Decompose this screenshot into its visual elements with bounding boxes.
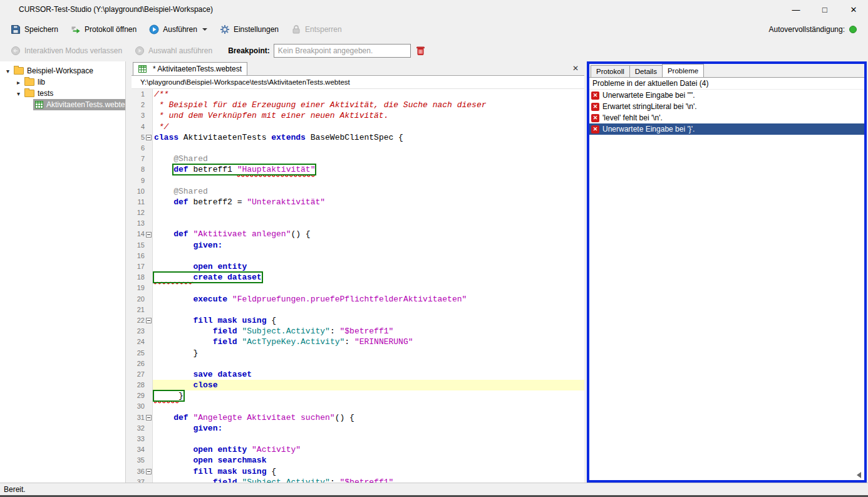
problem-row-3[interactable]: ✕'level' fehlt bei '\n'. (589, 112, 864, 123)
code-line-2[interactable]: 2 * Beispiel für die Erzeugung einer Akt… (132, 100, 584, 110)
code-text[interactable]: */ (153, 122, 584, 132)
close-editor-icon[interactable]: ✕ (567, 64, 584, 73)
code-text[interactable]: @Shared (153, 186, 584, 197)
save-button[interactable]: Speichern (6, 22, 63, 37)
code-line-19[interactable]: 19 (132, 283, 584, 293)
code-text[interactable] (153, 143, 584, 154)
close-button[interactable]: ✕ (839, 0, 868, 19)
fold-marker-icon[interactable] (146, 469, 152, 474)
tree-item-body[interactable]: tests (23, 88, 125, 99)
problem-row-4[interactable]: ✕Unerwartete Eingabe bei '}'. (589, 123, 864, 135)
code-line-21[interactable]: 21 (132, 305, 584, 315)
code-line-15[interactable]: 15 given: (132, 240, 584, 251)
code-text[interactable]: field "ActTypeKey.Activity": "ERINNERUNG… (153, 337, 584, 347)
code-text[interactable] (153, 251, 584, 261)
code-line-33[interactable]: 33 (132, 434, 584, 444)
code-line-6[interactable]: 6 (132, 143, 584, 154)
tab-probleme[interactable]: Probleme (662, 64, 704, 77)
code-text[interactable]: /** (153, 89, 584, 100)
code-line-36[interactable]: 36 fill mask using { (132, 466, 584, 477)
code-line-25[interactable]: 25 } (132, 348, 584, 358)
code-line-20[interactable]: 20 execute "Feldpruefungen.pruefePflicht… (132, 294, 584, 305)
code-text[interactable] (153, 207, 584, 218)
code-line-34[interactable]: 34 open entity "Activity" (132, 444, 584, 455)
fold-marker-icon[interactable] (146, 135, 152, 140)
code-line-13[interactable]: 13 (132, 218, 584, 229)
tree-item-beispiel-workspace[interactable]: ▾Beispiel-Workspace (0, 65, 125, 76)
problem-row-1[interactable]: ✕Unerwartete Eingabe bei '"'. (589, 90, 864, 101)
code-line-23[interactable]: 23 field "Subject.Activity": "$betreff1" (132, 326, 584, 337)
code-line-12[interactable]: 12 (132, 207, 584, 218)
code-line-3[interactable]: 3 * und dem Verknüpfen mit einer neuen A… (132, 110, 584, 121)
code-line-9[interactable]: 9 (132, 175, 584, 186)
code-line-24[interactable]: 24 field "ActTypeKey.Activity": "ERINNER… (132, 337, 584, 347)
minimize-button[interactable]: — (782, 0, 810, 19)
code-line-26[interactable]: 26 (132, 358, 584, 369)
code-text[interactable]: open searchmask (153, 455, 584, 466)
code-line-22[interactable]: 22 fill mask using { (132, 315, 584, 326)
code-text[interactable]: def "Aktitivaet anlegen"() { (153, 229, 584, 239)
code-text[interactable]: given: (153, 240, 584, 251)
tree-item-aktivitaetentests-webtest[interactable]: AktivitaetenTests.webtest (0, 99, 125, 110)
code-text[interactable] (153, 358, 584, 369)
code-line-16[interactable]: 16 (132, 251, 584, 261)
code-text[interactable] (153, 283, 584, 293)
maximize-button[interactable]: □ (810, 0, 839, 19)
code-line-28[interactable]: 28 close (132, 380, 584, 390)
code-text[interactable] (153, 175, 584, 186)
delete-breakpoint-button[interactable] (415, 44, 427, 57)
chevron-expanded-icon[interactable]: ▾ (14, 90, 23, 97)
code-text[interactable]: * Beispiel für die Erzeugung einer Aktiv… (153, 100, 584, 110)
code-text[interactable] (153, 218, 584, 229)
code-text[interactable]: given: (153, 423, 584, 434)
code-line-1[interactable]: 1/** (132, 89, 584, 100)
chevron-collapsed-icon[interactable]: ▸ (14, 79, 23, 86)
code-text[interactable]: fill mask using { (153, 315, 584, 326)
fold-marker-icon[interactable] (146, 232, 152, 238)
tab-details[interactable]: Details (629, 65, 663, 77)
scroll-left-arrow-icon[interactable] (857, 472, 861, 478)
code-text[interactable]: def betreff1 "Hauptaktivität" (153, 164, 584, 175)
code-text[interactable]: save dataset (153, 369, 584, 380)
fold-marker-icon[interactable] (146, 415, 152, 421)
code-text[interactable]: def "Angelegte Aktivitaet suchen"() { (153, 412, 584, 423)
code-editor[interactable]: 1/**2 * Beispiel für die Erzeugung einer… (132, 89, 584, 483)
code-line-35[interactable]: 35 open searchmask (132, 455, 584, 466)
code-text[interactable]: field "Subject.Activity": "$betreff1" (153, 326, 584, 337)
code-text[interactable]: def betreff2 = "Unteraktivität" (153, 197, 584, 207)
open-log-button[interactable]: Protokoll öffnen (66, 22, 141, 37)
code-line-30[interactable]: 30 (132, 401, 584, 412)
code-text[interactable]: } (153, 348, 584, 358)
chevron-expanded-icon[interactable]: ▾ (4, 68, 12, 75)
fold-marker-icon[interactable] (146, 318, 152, 323)
tree-item-body[interactable]: AktivitaetenTests.webtest (33, 99, 126, 110)
code-text[interactable]: class AktivitaetenTests extends BaseWebC… (153, 132, 584, 143)
code-line-10[interactable]: 10 @Shared (132, 186, 584, 197)
code-line-8[interactable]: 8 def betreff1 "Hauptaktivität" (132, 164, 584, 175)
code-text[interactable]: close (153, 380, 584, 390)
code-text[interactable] (153, 401, 584, 412)
code-text[interactable] (153, 434, 584, 444)
code-text[interactable]: field "Subject.Activity": "$betreff1" (153, 477, 584, 483)
code-line-7[interactable]: 7 @Shared (132, 154, 584, 164)
editor-tab[interactable]: * AktivitaetenTests.webtest (133, 62, 247, 75)
code-line-4[interactable]: 4 */ (132, 122, 584, 132)
code-text[interactable]: open entity "Activity" (153, 444, 584, 455)
tab-protokoll[interactable]: Protokoll (591, 65, 630, 77)
code-line-14[interactable]: 14 def "Aktitivaet anlegen"() { (132, 229, 584, 239)
code-text[interactable]: fill mask using { (153, 466, 584, 477)
code-line-29[interactable]: 29 } (132, 390, 584, 401)
code-line-27[interactable]: 27 save dataset (132, 369, 584, 380)
code-line-11[interactable]: 11 def betreff2 = "Unteraktivität" (132, 197, 584, 207)
code-text[interactable]: * und dem Verknüpfen mit einer neuen Akt… (153, 110, 584, 121)
code-line-17[interactable]: 17 open entity (132, 261, 584, 272)
settings-button[interactable]: Einstellungen (215, 22, 283, 37)
tree-item-body[interactable]: Beispiel-Workspace (12, 65, 125, 76)
code-text[interactable] (153, 305, 584, 315)
code-text[interactable]: open entity (153, 261, 584, 272)
tree-item-body[interactable]: lib (23, 76, 125, 88)
breakpoint-input[interactable] (274, 44, 411, 58)
code-line-37[interactable]: 37 field "Subject.Activity": "$betreff1" (132, 477, 584, 483)
run-button[interactable]: Ausführen (145, 22, 212, 37)
tree-item-lib[interactable]: ▸lib (0, 76, 125, 88)
